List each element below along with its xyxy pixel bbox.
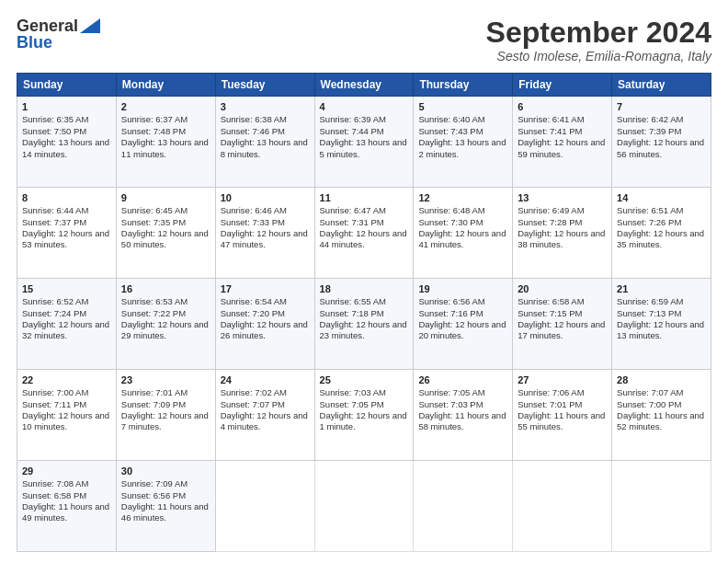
header: General Blue September 2024 Sesto Imoles… bbox=[17, 17, 711, 63]
table-cell: 8Sunrise: 6:44 AM Sunset: 7:37 PM Daylig… bbox=[17, 188, 117, 279]
col-saturday: Saturday bbox=[612, 74, 711, 97]
table-cell: 5Sunrise: 6:40 AM Sunset: 7:43 PM Daylig… bbox=[414, 97, 513, 188]
day-info: Sunrise: 6:42 AM Sunset: 7:39 PM Dayligh… bbox=[617, 114, 704, 158]
day-info: Sunrise: 6:41 AM Sunset: 7:41 PM Dayligh… bbox=[518, 114, 605, 158]
day-info: Sunrise: 6:51 AM Sunset: 7:26 PM Dayligh… bbox=[617, 205, 704, 249]
location: Sesto Imolese, Emilia-Romagna, Italy bbox=[486, 49, 711, 63]
day-info: Sunrise: 7:08 AM Sunset: 6:58 PM Dayligh… bbox=[22, 478, 109, 523]
table-cell: 20Sunrise: 6:58 AM Sunset: 7:15 PM Dayli… bbox=[513, 279, 612, 370]
day-info: Sunrise: 6:47 AM Sunset: 7:31 PM Dayligh… bbox=[320, 205, 407, 249]
month-title: September 2024 bbox=[486, 17, 711, 49]
col-sunday: Sunday bbox=[17, 74, 117, 97]
day-info: Sunrise: 7:02 AM Sunset: 7:07 PM Dayligh… bbox=[221, 387, 308, 431]
day-info: Sunrise: 7:01 AM Sunset: 7:09 PM Dayligh… bbox=[121, 387, 209, 431]
table-cell: 10Sunrise: 6:46 AM Sunset: 7:33 PM Dayli… bbox=[215, 188, 314, 279]
day-number: 21 bbox=[617, 282, 706, 295]
page: General Blue September 2024 Sesto Imoles… bbox=[0, 0, 728, 563]
table-cell: 9Sunrise: 6:45 AM Sunset: 7:35 PM Daylig… bbox=[116, 188, 215, 279]
day-info: Sunrise: 6:56 AM Sunset: 7:16 PM Dayligh… bbox=[418, 296, 506, 340]
table-cell bbox=[215, 461, 314, 552]
table-cell: 6Sunrise: 6:41 AM Sunset: 7:41 PM Daylig… bbox=[513, 97, 612, 188]
day-number: 12 bbox=[418, 191, 507, 204]
table-cell bbox=[314, 461, 414, 552]
table-cell: 12Sunrise: 6:48 AM Sunset: 7:30 PM Dayli… bbox=[414, 188, 513, 279]
day-number: 28 bbox=[617, 373, 706, 386]
table-cell bbox=[414, 461, 513, 552]
day-info: Sunrise: 6:45 AM Sunset: 7:35 PM Dayligh… bbox=[121, 205, 209, 249]
day-info: Sunrise: 6:59 AM Sunset: 7:13 PM Dayligh… bbox=[617, 296, 704, 340]
table-cell: 25Sunrise: 7:03 AM Sunset: 7:05 PM Dayli… bbox=[314, 370, 414, 461]
day-info: Sunrise: 6:54 AM Sunset: 7:20 PM Dayligh… bbox=[221, 296, 308, 340]
day-number: 30 bbox=[121, 465, 210, 477]
day-number: 5 bbox=[418, 100, 507, 113]
day-info: Sunrise: 6:46 AM Sunset: 7:33 PM Dayligh… bbox=[221, 205, 308, 249]
table-cell: 28Sunrise: 7:07 AM Sunset: 7:00 PM Dayli… bbox=[612, 370, 711, 461]
day-number: 14 bbox=[617, 191, 706, 204]
table-cell: 2Sunrise: 6:37 AM Sunset: 7:48 PM Daylig… bbox=[116, 97, 215, 188]
calendar: Sunday Monday Tuesday Wednesday Thursday… bbox=[17, 73, 711, 552]
day-number: 11 bbox=[320, 191, 409, 204]
table-cell: 4Sunrise: 6:39 AM Sunset: 7:44 PM Daylig… bbox=[314, 97, 414, 188]
day-info: Sunrise: 6:39 AM Sunset: 7:44 PM Dayligh… bbox=[320, 114, 407, 158]
day-number: 9 bbox=[121, 191, 210, 204]
day-number: 7 bbox=[617, 100, 706, 113]
logo-blue: Blue bbox=[17, 33, 52, 52]
day-info: Sunrise: 6:52 AM Sunset: 7:24 PM Dayligh… bbox=[22, 296, 109, 340]
logo-icon bbox=[80, 18, 100, 33]
day-number: 2 bbox=[121, 100, 210, 113]
table-cell: 7Sunrise: 6:42 AM Sunset: 7:39 PM Daylig… bbox=[612, 97, 711, 188]
day-number: 23 bbox=[121, 373, 210, 386]
day-number: 6 bbox=[518, 100, 607, 113]
day-info: Sunrise: 6:49 AM Sunset: 7:28 PM Dayligh… bbox=[518, 205, 605, 249]
day-number: 25 bbox=[320, 373, 409, 386]
day-number: 24 bbox=[221, 373, 310, 386]
day-number: 17 bbox=[221, 282, 310, 295]
day-info: Sunrise: 7:09 AM Sunset: 6:56 PM Dayligh… bbox=[121, 478, 209, 523]
table-cell: 26Sunrise: 7:05 AM Sunset: 7:03 PM Dayli… bbox=[414, 370, 513, 461]
table-cell: 22Sunrise: 7:00 AM Sunset: 7:11 PM Dayli… bbox=[17, 370, 117, 461]
table-cell: 1Sunrise: 6:35 AM Sunset: 7:50 PM Daylig… bbox=[17, 97, 117, 188]
day-number: 27 bbox=[518, 373, 607, 386]
day-info: Sunrise: 6:44 AM Sunset: 7:37 PM Dayligh… bbox=[22, 205, 109, 249]
header-row: Sunday Monday Tuesday Wednesday Thursday… bbox=[17, 74, 711, 97]
table-cell: 17Sunrise: 6:54 AM Sunset: 7:20 PM Dayli… bbox=[215, 279, 314, 370]
col-thursday: Thursday bbox=[414, 74, 513, 97]
title-section: September 2024 Sesto Imolese, Emilia-Rom… bbox=[486, 17, 711, 63]
day-number: 29 bbox=[22, 465, 111, 477]
day-number: 15 bbox=[22, 282, 111, 295]
day-number: 16 bbox=[121, 282, 210, 295]
day-number: 10 bbox=[221, 191, 310, 204]
day-number: 19 bbox=[418, 282, 507, 295]
col-wednesday: Wednesday bbox=[314, 74, 414, 97]
day-info: Sunrise: 7:03 AM Sunset: 7:05 PM Dayligh… bbox=[320, 387, 407, 431]
day-info: Sunrise: 6:37 AM Sunset: 7:48 PM Dayligh… bbox=[121, 114, 209, 158]
day-info: Sunrise: 6:53 AM Sunset: 7:22 PM Dayligh… bbox=[121, 296, 209, 340]
day-info: Sunrise: 7:06 AM Sunset: 7:01 PM Dayligh… bbox=[518, 387, 605, 431]
day-info: Sunrise: 6:35 AM Sunset: 7:50 PM Dayligh… bbox=[22, 114, 109, 158]
day-info: Sunrise: 6:40 AM Sunset: 7:43 PM Dayligh… bbox=[418, 114, 506, 158]
table-cell: 3Sunrise: 6:38 AM Sunset: 7:46 PM Daylig… bbox=[215, 97, 314, 188]
day-info: Sunrise: 6:48 AM Sunset: 7:30 PM Dayligh… bbox=[418, 205, 506, 249]
col-monday: Monday bbox=[116, 74, 215, 97]
day-number: 13 bbox=[518, 191, 607, 204]
table-cell: 29Sunrise: 7:08 AM Sunset: 6:58 PM Dayli… bbox=[17, 461, 117, 552]
day-number: 8 bbox=[22, 191, 111, 204]
col-friday: Friday bbox=[513, 74, 612, 97]
table-cell bbox=[612, 461, 711, 552]
day-info: Sunrise: 7:07 AM Sunset: 7:00 PM Dayligh… bbox=[617, 387, 704, 431]
table-cell: 16Sunrise: 6:53 AM Sunset: 7:22 PM Dayli… bbox=[116, 279, 215, 370]
logo: General Blue bbox=[17, 17, 100, 52]
calendar-table: Sunday Monday Tuesday Wednesday Thursday… bbox=[17, 73, 711, 552]
day-info: Sunrise: 6:38 AM Sunset: 7:46 PM Dayligh… bbox=[221, 114, 308, 158]
svg-marker-0 bbox=[80, 18, 100, 33]
table-cell: 19Sunrise: 6:56 AM Sunset: 7:16 PM Dayli… bbox=[414, 279, 513, 370]
day-number: 1 bbox=[22, 100, 111, 113]
day-number: 26 bbox=[418, 373, 507, 386]
day-number: 4 bbox=[320, 100, 409, 113]
table-cell: 30Sunrise: 7:09 AM Sunset: 6:56 PM Dayli… bbox=[116, 461, 215, 552]
table-cell bbox=[513, 461, 612, 552]
table-cell: 21Sunrise: 6:59 AM Sunset: 7:13 PM Dayli… bbox=[612, 279, 711, 370]
table-cell: 15Sunrise: 6:52 AM Sunset: 7:24 PM Dayli… bbox=[17, 279, 117, 370]
table-cell: 11Sunrise: 6:47 AM Sunset: 7:31 PM Dayli… bbox=[314, 188, 414, 279]
table-cell: 18Sunrise: 6:55 AM Sunset: 7:18 PM Dayli… bbox=[314, 279, 414, 370]
